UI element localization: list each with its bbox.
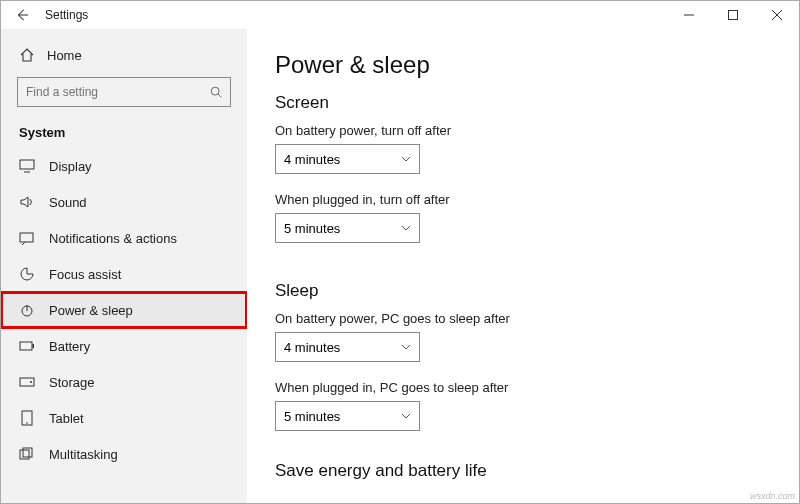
sidebar-item-notifications[interactable]: Notifications & actions xyxy=(1,220,247,256)
sidebar-item-label: Notifications & actions xyxy=(49,231,177,246)
svg-rect-0 xyxy=(729,11,738,20)
svg-point-1 xyxy=(211,87,219,95)
screen-plugged-label: When plugged in, turn off after xyxy=(275,192,799,207)
sidebar-item-multitasking[interactable]: Multitasking xyxy=(1,436,247,472)
svg-rect-3 xyxy=(20,233,33,242)
app-title: Settings xyxy=(45,8,88,22)
notifications-icon xyxy=(19,231,35,245)
sleep-heading: Sleep xyxy=(275,281,799,301)
dropdown-value: 4 minutes xyxy=(284,340,340,355)
chevron-down-icon xyxy=(401,344,411,350)
svg-rect-11 xyxy=(20,450,29,459)
sidebar-item-label: Battery xyxy=(49,339,90,354)
sleep-battery-dropdown[interactable]: 4 minutes xyxy=(275,332,420,362)
sidebar-item-focus[interactable]: Focus assist xyxy=(1,256,247,292)
maximize-button[interactable] xyxy=(711,1,755,29)
sidebar-item-label: Storage xyxy=(49,375,95,390)
sidebar-item-sound[interactable]: Sound xyxy=(1,184,247,220)
save-energy-heading: Save energy and battery life xyxy=(275,461,799,481)
screen-battery-label: On battery power, turn off after xyxy=(275,123,799,138)
sidebar-item-storage[interactable]: Storage xyxy=(1,364,247,400)
watermark: wsxdn.com xyxy=(750,491,795,501)
back-button[interactable] xyxy=(15,8,29,22)
titlebar: Settings xyxy=(1,1,799,29)
home-label: Home xyxy=(47,48,82,63)
main-content[interactable]: Power & sleep Screen On battery power, t… xyxy=(247,29,799,503)
sidebar-item-battery[interactable]: Battery xyxy=(1,328,247,364)
dropdown-value: 5 minutes xyxy=(284,409,340,424)
settings-window: Settings Home xyxy=(0,0,800,504)
sidebar-item-display[interactable]: Display xyxy=(1,148,247,184)
nav-list: Display Sound Notifications & actions xyxy=(1,148,247,503)
screen-battery-dropdown[interactable]: 4 minutes xyxy=(275,144,420,174)
storage-icon xyxy=(19,376,35,388)
dropdown-value: 4 minutes xyxy=(284,152,340,167)
search-input[interactable] xyxy=(17,77,231,107)
power-icon xyxy=(19,302,35,318)
svg-point-10 xyxy=(26,422,28,424)
svg-point-8 xyxy=(30,381,32,383)
svg-rect-5 xyxy=(20,342,32,350)
sidebar-item-label: Multitasking xyxy=(49,447,118,462)
svg-rect-2 xyxy=(20,160,34,169)
sidebar-item-label: Power & sleep xyxy=(49,303,133,318)
chevron-down-icon xyxy=(401,156,411,162)
display-icon xyxy=(19,159,35,173)
home-nav[interactable]: Home xyxy=(1,39,247,71)
svg-rect-12 xyxy=(23,448,32,457)
sidebar-item-power[interactable]: Power & sleep xyxy=(1,292,247,328)
sleep-plugged-dropdown[interactable]: 5 minutes xyxy=(275,401,420,431)
tablet-icon xyxy=(19,410,35,426)
sidebar-item-label: Display xyxy=(49,159,92,174)
screen-plugged-dropdown[interactable]: 5 minutes xyxy=(275,213,420,243)
sound-icon xyxy=(19,195,35,209)
category-heading: System xyxy=(1,121,247,148)
sidebar: Home System Display xyxy=(1,29,247,503)
battery-icon xyxy=(19,340,35,352)
multitasking-icon xyxy=(19,447,35,461)
sidebar-item-tablet[interactable]: Tablet xyxy=(1,400,247,436)
sleep-plugged-label: When plugged in, PC goes to sleep after xyxy=(275,380,799,395)
sidebar-item-label: Focus assist xyxy=(49,267,121,282)
svg-rect-6 xyxy=(33,344,35,348)
sidebar-item-label: Tablet xyxy=(49,411,84,426)
sleep-battery-label: On battery power, PC goes to sleep after xyxy=(275,311,799,326)
page-title: Power & sleep xyxy=(275,51,799,79)
chevron-down-icon xyxy=(401,413,411,419)
dropdown-value: 5 minutes xyxy=(284,221,340,236)
sidebar-item-label: Sound xyxy=(49,195,87,210)
window-controls xyxy=(667,1,799,29)
search-icon xyxy=(209,85,223,99)
close-button[interactable] xyxy=(755,1,799,29)
home-icon xyxy=(19,47,35,63)
focus-icon xyxy=(19,266,35,282)
minimize-button[interactable] xyxy=(667,1,711,29)
screen-heading: Screen xyxy=(275,93,799,113)
chevron-down-icon xyxy=(401,225,411,231)
